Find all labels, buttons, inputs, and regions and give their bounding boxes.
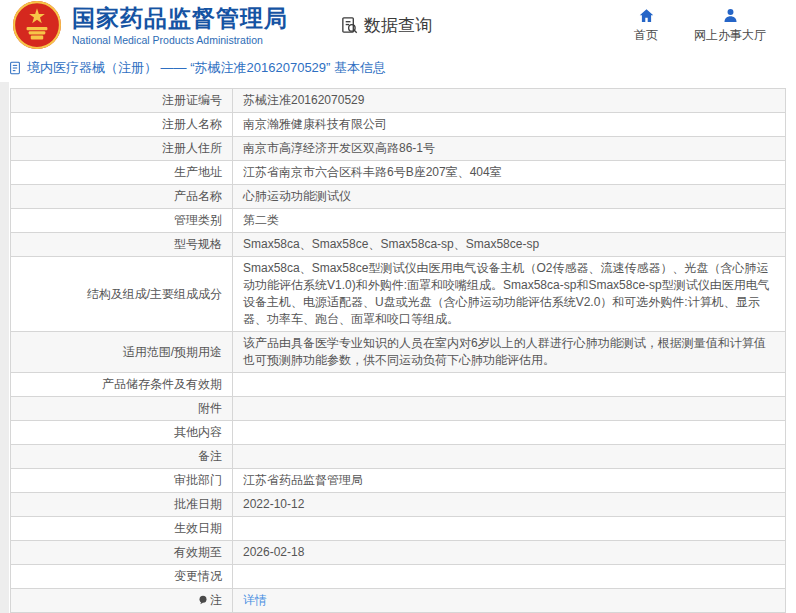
home-icon: [638, 7, 655, 24]
row-label-text: 生效日期: [174, 521, 222, 535]
row-value: Smax58ca、Smax58ce型测试仪由医用电气设备主机（O2传感器、流速传…: [233, 257, 786, 332]
left-gutter: [0, 82, 9, 613]
row-value: 心肺运动功能测试仪: [233, 185, 786, 209]
row-label-text: 注: [210, 593, 222, 607]
row-label: 备注: [11, 445, 233, 469]
table-row: 附件: [11, 397, 786, 421]
row-label: 注册人名称: [11, 113, 233, 137]
agency-name-cn: 国家药品监督管理局: [72, 5, 288, 31]
row-label-text: 生产地址: [174, 165, 222, 179]
header-nav: 首页 网上办事大厅: [634, 7, 766, 44]
nav-home[interactable]: 首页: [634, 7, 658, 44]
row-value-text: 苏械注准20162070529: [243, 93, 364, 107]
row-label: 注册人住所: [11, 137, 233, 161]
table-row: 管理类别 第二类: [11, 209, 786, 233]
row-value: 详情: [233, 589, 786, 613]
row-label: 注: [11, 589, 233, 613]
row-value-text: Smax58ca、Smax58ce型测试仪由医用电气设备主机（O2传感器、流速传…: [243, 261, 770, 326]
row-label: 审批部门: [11, 469, 233, 493]
row-value: [233, 421, 786, 445]
table-row: 生效日期: [11, 517, 786, 541]
agency-logo-link[interactable]: 国家药品监督管理局 National Medical Products Admi…: [12, 0, 288, 50]
row-label-text: 产品储存条件及有效期: [102, 377, 222, 391]
row-label: 适用范围/预期用途: [11, 332, 233, 373]
detail-link[interactable]: 详情: [243, 593, 267, 607]
row-value: 2022-10-12: [233, 493, 786, 517]
row-value-text: 江苏省南京市六合区科丰路6号B座207室、404室: [243, 165, 502, 179]
table-row: 适用范围/预期用途 该产品由具备医学专业知识的人员在室内对6岁以上的人群进行心肺…: [11, 332, 786, 373]
row-value: 第二类: [233, 209, 786, 233]
site-header: 国家药品监督管理局 National Medical Products Admi…: [0, 0, 796, 50]
row-value: 南京市高淳经济开发区双高路86-1号: [233, 137, 786, 161]
breadcrumb: 境内医疗器械（注册） —— “苏械注准20162070529” 基本信息: [0, 50, 796, 82]
row-value-text: 2026-02-18: [243, 545, 304, 559]
breadcrumb-text: 境内医疗器械（注册） —— “苏械注准20162070529” 基本信息: [27, 59, 386, 77]
row-value: 苏械注准20162070529: [233, 89, 786, 113]
row-label: 生效日期: [11, 517, 233, 541]
row-label: 产品名称: [11, 185, 233, 209]
table-row: 产品名称 心肺运动功能测试仪: [11, 185, 786, 209]
nav-service-hall[interactable]: 网上办事大厅: [694, 7, 766, 44]
row-label: 产品储存条件及有效期: [11, 373, 233, 397]
row-value: [233, 373, 786, 397]
row-value: [233, 397, 786, 421]
row-label: 有效期至: [11, 541, 233, 565]
nav-home-label: 首页: [634, 27, 658, 44]
row-value: 2026-02-18: [233, 541, 786, 565]
agency-name-en: National Medical Products Administration: [72, 34, 288, 46]
table-row: 变更情况: [11, 565, 786, 589]
table-row: 有效期至 2026-02-18: [11, 541, 786, 565]
row-value: [233, 565, 786, 589]
row-label: 附件: [11, 397, 233, 421]
nav-data-query[interactable]: 数据查询: [340, 14, 432, 37]
row-label: 注册证编号: [11, 89, 233, 113]
row-value: 江苏省南京市六合区科丰路6号B座207室、404室: [233, 161, 786, 185]
row-label-text: 管理类别: [174, 213, 222, 227]
row-label-text: 注册人名称: [162, 117, 222, 131]
row-label-text: 有效期至: [174, 545, 222, 559]
row-value-text: 南京市高淳经济开发区双高路86-1号: [243, 141, 435, 155]
person-icon: [722, 7, 739, 24]
table-row: 注册人名称 南京瀚雅健康科技有限公司: [11, 113, 786, 137]
row-value: [233, 445, 786, 469]
row-label: 管理类别: [11, 209, 233, 233]
registration-detail-section: 注册证编号 苏械注准20162070529 注册人名称 南京瀚雅健康科技有限公司…: [0, 82, 796, 613]
table-row: 注 详情: [11, 589, 786, 613]
document-search-icon: [340, 16, 359, 35]
row-label: 型号规格: [11, 233, 233, 257]
row-label-text: 其他内容: [174, 425, 222, 439]
table-row: 注册人住所 南京市高淳经济开发区双高路86-1号: [11, 137, 786, 161]
row-value-text: 该产品由具备医学专业知识的人员在室内对6岁以上的人群进行心肺功能测试，根据测量值…: [243, 336, 766, 367]
table-row: 生产地址 江苏省南京市六合区科丰路6号B座207室、404室: [11, 161, 786, 185]
row-label-text: 附件: [198, 401, 222, 415]
row-label: 变更情况: [11, 565, 233, 589]
national-emblem-icon: [12, 0, 62, 50]
row-value-text: 江苏省药品监督管理局: [243, 473, 363, 487]
row-value-text: 2022-10-12: [243, 497, 304, 511]
row-value-text: 南京瀚雅健康科技有限公司: [243, 117, 387, 131]
table-row: 批准日期 2022-10-12: [11, 493, 786, 517]
row-label-text: 结构及组成/主要组成成分: [87, 287, 222, 301]
row-label-text: 备注: [198, 449, 222, 463]
table-row: 型号规格 Smax58ca、Smax58ce、Smax58ca-sp、Smax5…: [11, 233, 786, 257]
table-row: 结构及组成/主要组成成分 Smax58ca、Smax58ce型测试仪由医用电气设…: [11, 257, 786, 332]
table-row: 审批部门 江苏省药品监督管理局: [11, 469, 786, 493]
row-value-text: Smax58ca、Smax58ce、Smax58ca-sp、Smax58ce-s…: [243, 237, 539, 251]
row-label: 生产地址: [11, 161, 233, 185]
row-value-text: 心肺运动功能测试仪: [243, 189, 351, 203]
row-label-text: 审批部门: [174, 473, 222, 487]
row-label: 批准日期: [11, 493, 233, 517]
row-value: 南京瀚雅健康科技有限公司: [233, 113, 786, 137]
row-label-text: 产品名称: [174, 189, 222, 203]
row-label-text: 注册证编号: [162, 93, 222, 107]
row-label: 结构及组成/主要组成成分: [11, 257, 233, 332]
table-row: 产品储存条件及有效期: [11, 373, 786, 397]
row-label: 其他内容: [11, 421, 233, 445]
nav-service-hall-label: 网上办事大厅: [694, 27, 766, 44]
row-label-text: 型号规格: [174, 237, 222, 251]
speech-bubble-icon: [198, 595, 208, 605]
row-label-text: 批准日期: [174, 497, 222, 511]
row-value: 江苏省药品监督管理局: [233, 469, 786, 493]
table-row: 注册证编号 苏械注准20162070529: [11, 89, 786, 113]
row-value: 该产品由具备医学专业知识的人员在室内对6岁以上的人群进行心肺功能测试，根据测量值…: [233, 332, 786, 373]
